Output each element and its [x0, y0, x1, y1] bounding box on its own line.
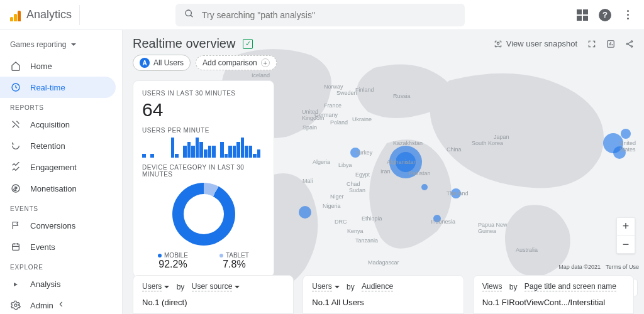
events-icon [10, 241, 21, 252]
view-user-snapshot-button[interactable]: View user snapshot [494, 39, 577, 48]
map-zoom-control: + − [616, 217, 635, 254]
pill-add-comparison[interactable]: Add comparison + [196, 55, 277, 70]
svg-rect-4 [13, 244, 19, 250]
chevron-down-icon [335, 286, 340, 288]
zoom-in-button[interactable]: + [617, 218, 635, 236]
users-per-minute-chart [142, 134, 265, 158]
analytics-logo-icon [10, 9, 23, 21]
section-reports: REPORTS [0, 98, 122, 114]
monetisation-icon [10, 183, 21, 194]
plus-icon: + [261, 58, 270, 67]
users-30-label: USERS IN LAST 30 MINUTES [142, 90, 265, 97]
flag-icon [10, 220, 21, 231]
apps-icon[interactable] [576, 9, 589, 21]
sidebar-item-engagement[interactable]: Engagement [0, 156, 116, 178]
svg-point-16 [621, 129, 631, 139]
device-donut-chart [172, 183, 235, 246]
svg-line-1 [191, 15, 192, 17]
svg-point-8 [396, 152, 416, 172]
svg-point-15 [613, 146, 626, 159]
svg-point-17 [497, 42, 499, 45]
users-per-minute-label: USERS PER MINUTE [142, 127, 265, 134]
svg-point-21 [631, 45, 632, 46]
insights-icon[interactable] [606, 40, 615, 48]
chevron-down-icon [235, 286, 240, 288]
map-terms-link[interactable]: Terms of Use [606, 264, 639, 270]
card-users-by-audience[interactable]: Users by Audience No.1 All Users [303, 275, 464, 314]
clock-icon [10, 82, 21, 93]
sidebar-item-events[interactable]: Events [0, 236, 116, 257]
card-users-by-source[interactable]: Users by User source No.1 (direct) [133, 275, 294, 314]
svg-point-12 [433, 215, 441, 222]
section-events: EVENTS [0, 199, 122, 215]
property-selector[interactable]: Games reporting [0, 34, 122, 55]
sidebar-item-analysis[interactable]: ▸ Analysis [0, 273, 116, 295]
sidebar-item-retention[interactable]: Retention [0, 135, 116, 156]
home-icon [10, 60, 21, 72]
svg-point-10 [299, 206, 311, 219]
search-icon [184, 9, 194, 21]
svg-point-20 [626, 43, 628, 44]
retention-icon [10, 140, 21, 151]
section-explore: EXPLORE [0, 257, 122, 273]
share-icon[interactable] [625, 40, 634, 48]
svg-point-19 [631, 40, 632, 41]
sidebar-item-home[interactable]: Home [0, 55, 116, 77]
gear-icon [10, 300, 21, 311]
property-name: Games reporting [10, 40, 66, 49]
page-title: Realtime overview [133, 36, 235, 51]
users-30-value: 64 [142, 99, 265, 121]
sidebar-item-conversions[interactable]: Conversions [0, 215, 116, 236]
svg-point-13 [421, 184, 428, 190]
legend-tablet: TABLET 7.8% [219, 252, 249, 270]
collapse-sidebar[interactable]: ‹ [59, 297, 63, 310]
map-attribution: Map data ©2021 [558, 264, 601, 270]
sidebar: Games reporting Home Real-time REPORTS A… [0, 30, 123, 314]
search-box[interactable] [175, 4, 465, 26]
fullscreen-icon[interactable] [587, 40, 596, 48]
audience-badge-icon: A [140, 58, 150, 68]
analysis-icon: ▸ [10, 278, 21, 290]
sidebar-item-monetisation[interactable]: Monetisation [0, 178, 116, 199]
sidebar-item-realtime[interactable]: Real-time [0, 77, 116, 98]
overview-card: USERS IN LAST 30 MINUTES 64 USERS PER MI… [133, 80, 274, 277]
verified-icon: ✓ [243, 39, 253, 49]
sidebar-item-admin[interactable]: Admin [0, 295, 116, 314]
svg-point-0 [186, 10, 191, 16]
chevron-down-icon [71, 43, 76, 46]
help-icon[interactable]: ? [599, 9, 611, 21]
app-logo[interactable]: Analytics [10, 5, 80, 25]
svg-point-11 [451, 188, 461, 198]
more-icon[interactable] [621, 9, 634, 21]
zoom-out-button[interactable]: − [617, 236, 635, 253]
card-views-by-page[interactable]: Views by Page title and screen name No.1… [473, 275, 634, 314]
chevron-down-icon [164, 286, 169, 288]
device-category-label: DEVICE CATEGORY IN LAST 30 MINUTES [142, 164, 265, 178]
svg-point-5 [14, 304, 17, 306]
app-name: Analytics [26, 8, 72, 21]
legend-mobile: MOBILE 92.2% [158, 252, 188, 270]
pill-all-users[interactable]: A All Users [133, 55, 191, 71]
search-input[interactable] [202, 10, 456, 20]
engagement-icon [10, 161, 21, 173]
svg-point-9 [350, 148, 360, 158]
sidebar-item-acquisition[interactable]: Acquisition [0, 114, 116, 135]
acquisition-icon [10, 119, 21, 130]
